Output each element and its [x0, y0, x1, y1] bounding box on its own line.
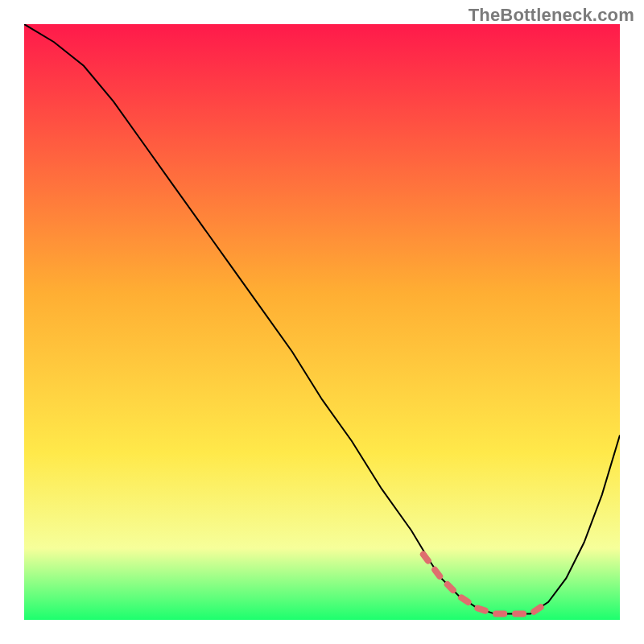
watermark-text: TheBottleneck.com — [469, 5, 634, 26]
chart-plot-area — [24, 24, 620, 620]
chart-background-gradient — [24, 24, 620, 620]
chart-svg — [24, 24, 620, 620]
